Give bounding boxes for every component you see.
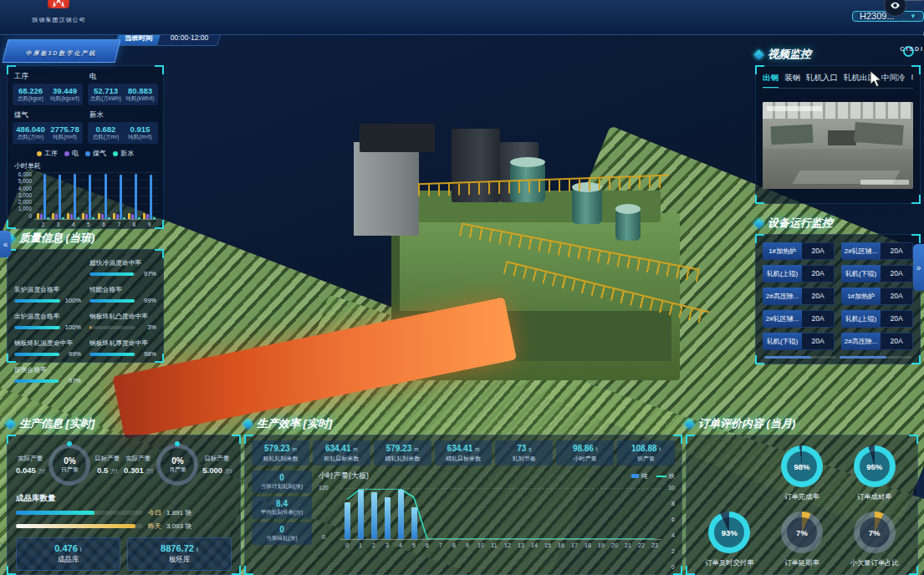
quality-item: 钢板终轧凸度命中率3% xyxy=(89,312,156,331)
cctv-timestamp-overlay xyxy=(767,106,822,111)
progress-bar xyxy=(89,353,135,356)
line-legend-icon xyxy=(656,476,666,477)
progress-bar xyxy=(14,326,60,329)
stat-box: 108.88 t班产量 xyxy=(617,440,675,466)
progress-bar xyxy=(89,299,135,303)
production-panel-title: 生产信息 [实时] xyxy=(7,416,241,431)
stat-box: 579.23 m粗轧轧制米数 xyxy=(252,440,309,466)
page-title: 中厚板3D数字化产线 xyxy=(25,50,96,56)
day-production-gauge: 0%日产量 xyxy=(48,444,90,486)
tab-mill-entry[interactable]: 轧机入口 xyxy=(806,73,838,84)
tab-mill-exit[interactable]: 轧机出口 xyxy=(844,73,876,84)
side-stat-box: 8.4平均轧制节奏(分) xyxy=(252,496,312,519)
production-gauges-row: 实际产量0.045 万t 0%日产量 目标产量0.5 万t 实际产量0.301 … xyxy=(16,444,232,486)
device-row: 1#加热炉20A xyxy=(841,288,913,305)
device-row: 2#高压除...20A xyxy=(763,288,835,305)
hourly-x-axis: 01234567891011121314151617181920212223 xyxy=(340,542,661,548)
donut-gauge: 95% xyxy=(854,445,896,487)
device-row: 2#高压除...20A xyxy=(841,333,913,350)
slab-warehouse-box: 8876.72 t 板坯库 xyxy=(127,537,232,571)
quality-item: 超快冷温度命中率97% xyxy=(89,258,156,277)
quality-item: 出炉温度合格率100% xyxy=(14,312,81,331)
cctv-caption-overlay xyxy=(860,180,909,185)
energy-y-axis: 6,0005,0004,0003,0002,0001,0000 xyxy=(13,172,34,219)
right-collapse-tab[interactable]: » xyxy=(913,244,924,291)
tab-charging[interactable]: 装钢 xyxy=(784,73,800,84)
month-actual: 实际产量0.301 万t xyxy=(124,455,153,476)
quality-card: 超快冷温度命中率97% 装炉温度合格率100% 性能合格率99% 出炉温度合格率… xyxy=(7,249,164,363)
progress-bar xyxy=(14,353,59,356)
warehouse-boxes: 0.476 t 成品库 8876.72 t 板坯库 xyxy=(16,537,232,571)
hourly-left-axis: 1200 xyxy=(319,485,329,540)
energy-bars: 23456789 xyxy=(34,172,158,220)
inventory-bar-fill xyxy=(16,511,94,515)
devices-grid: 1#加热炉20A 2#轧区辅...20A 轧机(上辊)20A 轧机(下辊)20A… xyxy=(763,242,913,350)
cisdi-logo: CISDI xyxy=(900,46,924,52)
cctv-machine xyxy=(828,130,856,145)
scrollbar[interactable] xyxy=(840,356,911,359)
quality-panel-title: 质量信息 (当班) xyxy=(7,231,164,246)
header-bar: 陕钢集团汉钢公司 中厚板3D数字化产线 H2309... ▼ CISDI xyxy=(0,0,924,35)
diamond-icon xyxy=(753,49,764,60)
inventory-title: 成品库数量 xyxy=(16,493,232,504)
production-panel: 生产信息 [实时] 实际产量0.045 万t 0%日产量 目标产量0.5 万t … xyxy=(7,416,241,575)
efficiency-body: 0当班计划轧制(块) 8.4平均轧制节奏(分) 0当班待轧(块) 小时产量(大板… xyxy=(252,471,675,548)
scrollbar[interactable] xyxy=(764,356,836,359)
cooling-cylinder xyxy=(615,209,641,241)
chevron-down-icon: ▼ xyxy=(910,13,916,20)
energy-cell-process: 工序 68.226总耗(kgce) 39.449吨耗(kgce/t) xyxy=(13,72,83,105)
progress-bar xyxy=(89,326,91,329)
donut-gauge: 7% xyxy=(781,511,823,553)
scrollbar-thumb[interactable] xyxy=(840,356,886,359)
energy-chart-title: 小时单耗 xyxy=(14,161,158,170)
progress-bar xyxy=(89,272,134,276)
scrollbar-thumb[interactable] xyxy=(764,356,811,359)
visibility-toggle[interactable] xyxy=(886,0,924,1)
hourly-chart-legend: 吨 块 xyxy=(631,472,675,481)
hourly-chart-area: 小时产量(大板) 吨 块 1200 1086420 012345678910 xyxy=(312,471,675,548)
hourly-right-axis: 1086420 xyxy=(668,485,675,540)
company-logo-icon xyxy=(48,0,69,8)
inventory-bar-today: 今日 1,891 块 xyxy=(16,508,232,517)
energy-cell-gas: 煤气 486.040总耗(万m³) 2775.78吨耗(m³/t) xyxy=(13,110,83,144)
company-name: 陕钢集团汉钢公司 xyxy=(32,17,85,23)
efficiency-stats-row: 579.23 m粗轧轧制米数 634.41 m粗轧目标米数 579.23 m精轧… xyxy=(252,440,675,466)
energy-chart-legend: 工序 电 煤气 新水 xyxy=(13,149,158,158)
cctv-feed[interactable] xyxy=(763,102,913,189)
tab-tapping[interactable]: 出钢 xyxy=(763,73,779,84)
order-donut-cell: 7%小欠量订单占比 xyxy=(838,511,911,567)
device-row: 轧机(下辊)20A xyxy=(763,333,835,350)
diamond-icon xyxy=(684,419,695,430)
day-actual: 实际产量0.045 万t xyxy=(16,455,45,476)
diamond-icon xyxy=(5,419,16,430)
cctv-machine xyxy=(854,122,904,145)
diamond-icon xyxy=(753,218,764,229)
energy-bar-chart: 6,0005,0004,0003,0002,0001,0000 23456789 xyxy=(13,172,158,220)
devices-panel-title: 设备运行监控 xyxy=(755,216,921,231)
progress-bar xyxy=(14,299,60,303)
diamond-icon xyxy=(242,419,253,430)
tab-motor-rollers[interactable]: 电动辊道 xyxy=(911,73,914,84)
legend-dot-icon xyxy=(64,151,69,156)
month-production-gauge: 0%月产量 xyxy=(156,444,198,486)
inventory-bar-fill xyxy=(16,524,135,528)
orders-panel-title: 订单评价内容 (当月) xyxy=(686,416,918,431)
hourly-plot xyxy=(340,488,661,540)
inventory-bar-yesterday: 昨天 3,093 块 xyxy=(16,522,232,531)
efficiency-card: 579.23 m粗轧轧制米数 634.41 m粗轧目标米数 579.23 m精轧… xyxy=(244,435,682,575)
left-collapse-tab[interactable]: « xyxy=(0,231,11,257)
cooling-cylinder xyxy=(572,187,602,224)
order-donut-cell: 98%订单完成率 xyxy=(766,445,839,501)
device-row: 轧机(下辊)20A xyxy=(841,265,913,282)
efficiency-panel-title: 生产效率 [实时] xyxy=(244,416,682,431)
video-panel: 视频监控 出钢 装钢 轧机入口 轧机出口 中间冷 电动辊道 xyxy=(755,47,921,204)
quality-item: 装炉温度合格率100% xyxy=(14,285,81,304)
finished-goods-box: 0.476 t 成品库 xyxy=(16,537,120,571)
tower-cap xyxy=(360,124,435,152)
order-donut-cell: 7%订单延期率 xyxy=(766,511,839,567)
legend-dot-icon xyxy=(85,151,90,156)
stat-box: 73 s轧制节奏 xyxy=(495,440,553,466)
tab-inter-cooling[interactable]: 中间冷 xyxy=(881,73,906,84)
donut-gauge: 7% xyxy=(854,511,896,553)
video-card: 出钢 装钢 轧机入口 轧机出口 中间冷 电动辊道 xyxy=(755,65,921,204)
